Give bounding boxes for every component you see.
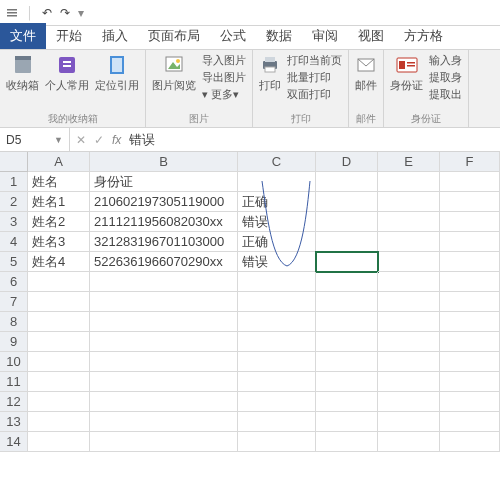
row-header-8[interactable]: 8 bbox=[0, 312, 28, 332]
cell-C11[interactable] bbox=[238, 372, 316, 392]
image-more-button[interactable]: ▾ 更多▾ bbox=[202, 87, 246, 102]
cell-D8[interactable] bbox=[316, 312, 378, 332]
mail-button[interactable]: 邮件 bbox=[355, 53, 377, 91]
locate-ref-button[interactable]: 定位引用 bbox=[95, 53, 139, 91]
cell-E5[interactable] bbox=[378, 252, 440, 272]
tab-file[interactable]: 文件 bbox=[0, 23, 46, 49]
cell-F10[interactable] bbox=[440, 352, 500, 372]
cell-B6[interactable] bbox=[90, 272, 238, 292]
cell-A13[interactable] bbox=[28, 412, 90, 432]
tab-page-layout[interactable]: 页面布局 bbox=[138, 23, 210, 49]
worksheet[interactable]: ABCDEF1姓名身份证2姓名1210602197305119000正确3姓名2… bbox=[0, 152, 500, 452]
cell-B7[interactable] bbox=[90, 292, 238, 312]
cell-E4[interactable] bbox=[378, 232, 440, 252]
cell-F2[interactable] bbox=[440, 192, 500, 212]
cell-F9[interactable] bbox=[440, 332, 500, 352]
row-header-3[interactable]: 3 bbox=[0, 212, 28, 232]
col-header-A[interactable]: A bbox=[28, 152, 90, 172]
cell-A1[interactable]: 姓名 bbox=[28, 172, 90, 192]
cell-E9[interactable] bbox=[378, 332, 440, 352]
col-header-B[interactable]: B bbox=[90, 152, 238, 172]
cell-C10[interactable] bbox=[238, 352, 316, 372]
cell-D12[interactable] bbox=[316, 392, 378, 412]
cell-D3[interactable] bbox=[316, 212, 378, 232]
print-current-button[interactable]: 打印当前页 bbox=[287, 53, 342, 68]
cell-A11[interactable] bbox=[28, 372, 90, 392]
row-header-10[interactable]: 10 bbox=[0, 352, 28, 372]
formula-bar[interactable]: 错误 bbox=[129, 131, 494, 149]
cell-C4[interactable]: 正确 bbox=[238, 232, 316, 252]
cell-D6[interactable] bbox=[316, 272, 378, 292]
col-header-C[interactable]: C bbox=[238, 152, 316, 172]
row-header-11[interactable]: 11 bbox=[0, 372, 28, 392]
storage-box-button[interactable]: 收纳箱 bbox=[6, 53, 39, 91]
duplex-print-button[interactable]: 双面打印 bbox=[287, 87, 342, 102]
cell-B4[interactable]: 321283196701103000 bbox=[90, 232, 238, 252]
tab-insert[interactable]: 插入 bbox=[92, 23, 138, 49]
tab-formulas[interactable]: 公式 bbox=[210, 23, 256, 49]
row-header-13[interactable]: 13 bbox=[0, 412, 28, 432]
cell-D13[interactable] bbox=[316, 412, 378, 432]
cell-E14[interactable] bbox=[378, 432, 440, 452]
cell-D7[interactable] bbox=[316, 292, 378, 312]
tab-data[interactable]: 数据 bbox=[256, 23, 302, 49]
cell-C7[interactable] bbox=[238, 292, 316, 312]
cell-C3[interactable]: 错误 bbox=[238, 212, 316, 232]
cell-F3[interactable] bbox=[440, 212, 500, 232]
cell-E3[interactable] bbox=[378, 212, 440, 232]
cell-C8[interactable] bbox=[238, 312, 316, 332]
cell-B14[interactable] bbox=[90, 432, 238, 452]
cell-D2[interactable] bbox=[316, 192, 378, 212]
id-extract1-button[interactable]: 提取身 bbox=[429, 70, 462, 85]
tab-home[interactable]: 开始 bbox=[46, 23, 92, 49]
confirm-icon[interactable]: ✓ bbox=[94, 133, 104, 147]
row-header-4[interactable]: 4 bbox=[0, 232, 28, 252]
row-header-2[interactable]: 2 bbox=[0, 192, 28, 212]
cell-C12[interactable] bbox=[238, 392, 316, 412]
name-box[interactable]: D5 ▼ bbox=[0, 128, 70, 151]
cell-D1[interactable] bbox=[316, 172, 378, 192]
id-input-button[interactable]: 输入身 bbox=[429, 53, 462, 68]
cell-A8[interactable] bbox=[28, 312, 90, 332]
cell-B1[interactable]: 身份证 bbox=[90, 172, 238, 192]
cell-F11[interactable] bbox=[440, 372, 500, 392]
row-header-14[interactable]: 14 bbox=[0, 432, 28, 452]
cell-C9[interactable] bbox=[238, 332, 316, 352]
row-header-7[interactable]: 7 bbox=[0, 292, 28, 312]
export-image-button[interactable]: 导出图片 bbox=[202, 70, 246, 85]
row-header-9[interactable]: 9 bbox=[0, 332, 28, 352]
cell-A5[interactable]: 姓名4 bbox=[28, 252, 90, 272]
select-all-corner[interactable] bbox=[0, 152, 28, 172]
id-card-button[interactable]: 身份证 bbox=[390, 53, 423, 91]
cell-C5[interactable]: 错误 bbox=[238, 252, 316, 272]
cell-D5[interactable] bbox=[316, 252, 378, 272]
cell-A6[interactable] bbox=[28, 272, 90, 292]
import-image-button[interactable]: 导入图片 bbox=[202, 53, 246, 68]
cell-B2[interactable]: 210602197305119000 bbox=[90, 192, 238, 212]
undo-icon[interactable]: ↶ bbox=[42, 6, 52, 20]
cell-B5[interactable]: 5226361966070290xx bbox=[90, 252, 238, 272]
cell-F13[interactable] bbox=[440, 412, 500, 432]
row-header-1[interactable]: 1 bbox=[0, 172, 28, 192]
cell-F6[interactable] bbox=[440, 272, 500, 292]
cell-E11[interactable] bbox=[378, 372, 440, 392]
cell-B9[interactable] bbox=[90, 332, 238, 352]
cancel-icon[interactable]: ✕ bbox=[76, 133, 86, 147]
cell-E7[interactable] bbox=[378, 292, 440, 312]
cell-E12[interactable] bbox=[378, 392, 440, 412]
cell-E2[interactable] bbox=[378, 192, 440, 212]
image-view-button[interactable]: 图片阅览 bbox=[152, 53, 196, 91]
cell-B3[interactable]: 2111211956082030xx bbox=[90, 212, 238, 232]
row-header-6[interactable]: 6 bbox=[0, 272, 28, 292]
cell-B12[interactable] bbox=[90, 392, 238, 412]
cell-A4[interactable]: 姓名3 bbox=[28, 232, 90, 252]
batch-print-button[interactable]: 批量打印 bbox=[287, 70, 342, 85]
cell-D14[interactable] bbox=[316, 432, 378, 452]
cell-E6[interactable] bbox=[378, 272, 440, 292]
cell-B11[interactable] bbox=[90, 372, 238, 392]
cell-F7[interactable] bbox=[440, 292, 500, 312]
cell-F1[interactable] bbox=[440, 172, 500, 192]
col-header-E[interactable]: E bbox=[378, 152, 440, 172]
cell-F8[interactable] bbox=[440, 312, 500, 332]
chevron-down-icon[interactable]: ▼ bbox=[54, 135, 63, 145]
